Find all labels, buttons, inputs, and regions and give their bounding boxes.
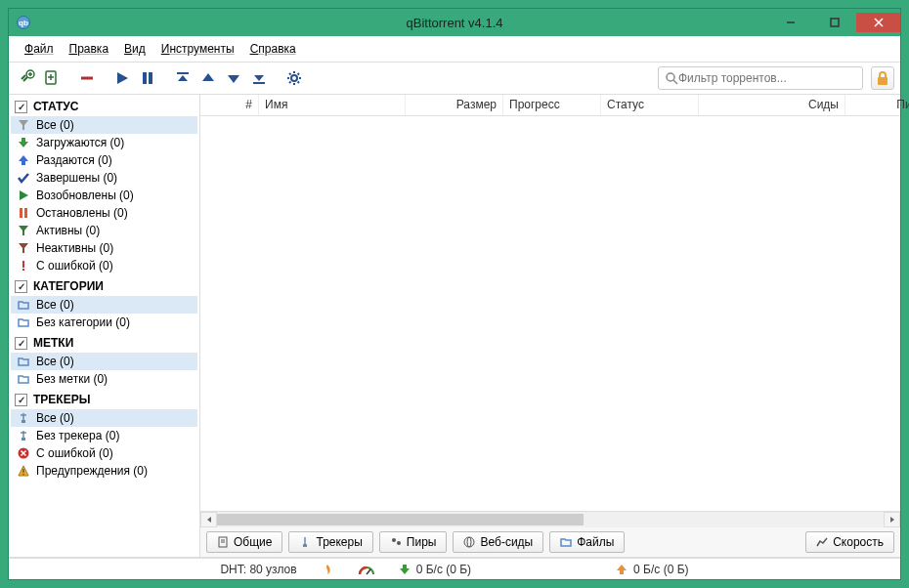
- move-up-button[interactable]: [196, 67, 220, 89]
- col-number[interactable]: #: [200, 95, 259, 115]
- status-download[interactable]: 0 Б/с (0 Б): [399, 563, 471, 576]
- horizontal-scrollbar[interactable]: [200, 511, 900, 527]
- tab-trackers[interactable]: Трекеры: [288, 531, 372, 553]
- filter-category-all[interactable]: Все (0): [11, 296, 197, 314]
- tab-general[interactable]: Общие: [206, 531, 282, 553]
- filter-input[interactable]: [678, 71, 856, 85]
- delete-button[interactable]: [75, 67, 99, 89]
- checkbox-icon: ✓: [15, 280, 27, 293]
- pause-button[interactable]: [136, 67, 159, 89]
- svg-point-64: [467, 537, 471, 547]
- svg-rect-40: [22, 261, 24, 268]
- flame-icon: [321, 563, 334, 576]
- svg-rect-13: [149, 72, 152, 84]
- filter-status-seeding[interactable]: Раздаются (0): [11, 151, 197, 169]
- move-bottom-button[interactable]: [247, 67, 271, 89]
- menu-view[interactable]: Вид: [116, 38, 153, 60]
- filter-header-status[interactable]: ✓СТАТУС: [11, 97, 197, 116]
- sidebar: ✓СТАТУС Все (0) Загружаются (0) Раздаютс…: [9, 95, 200, 557]
- arrow-up-icon: [17, 154, 30, 166]
- filter-tracker-trackerless[interactable]: Без трекера (0): [11, 427, 197, 444]
- filter-search[interactable]: [658, 66, 863, 90]
- filter-status-downloading[interactable]: Загружаются (0): [11, 134, 197, 151]
- folder-icon: [17, 299, 30, 311]
- col-peers[interactable]: Пиры: [845, 95, 909, 115]
- tab-peers[interactable]: Пиры: [379, 531, 448, 553]
- scroll-thumb[interactable]: [217, 514, 584, 525]
- folder-icon: [17, 356, 30, 367]
- filter-header-categories[interactable]: ✓КАТЕГОРИИ: [11, 276, 197, 296]
- toolbar: [9, 63, 900, 95]
- svg-point-62: [397, 541, 401, 545]
- filter-tracker-error[interactable]: С ошибкой (0): [11, 444, 197, 462]
- svg-rect-36: [20, 208, 22, 218]
- minimize-button[interactable]: [768, 13, 812, 32]
- filter-tracker-warning[interactable]: Предупреждения (0): [11, 462, 197, 480]
- filter-tag-all[interactable]: Все (0): [11, 353, 197, 370]
- status-dht[interactable]: DHT: 80 узлов: [220, 563, 296, 576]
- filter-status-resumed[interactable]: Возобновлены (0): [11, 187, 197, 204]
- add-file-button[interactable]: [40, 67, 64, 89]
- svg-rect-12: [143, 72, 147, 84]
- folder-icon: [560, 536, 572, 548]
- menu-file[interactable]: Файл: [17, 38, 62, 60]
- svg-line-30: [673, 80, 677, 84]
- lock-button[interactable]: [871, 66, 894, 90]
- filter-header-tags[interactable]: ✓МЕТКИ: [11, 333, 197, 353]
- app-window: qb qBittorrent v4.1.4 Файл Правка Вид Ин…: [8, 8, 901, 580]
- filter-status-inactive[interactable]: Неактивны (0): [11, 239, 197, 257]
- settings-button[interactable]: [282, 67, 306, 89]
- svg-point-61: [392, 538, 396, 542]
- tab-speed[interactable]: Скорость: [805, 531, 894, 553]
- titlebar[interactable]: qb qBittorrent v4.1.4: [9, 9, 900, 36]
- menu-tools[interactable]: Инструменты: [153, 38, 242, 60]
- svg-rect-31: [878, 77, 887, 85]
- col-status[interactable]: Статус: [601, 95, 699, 115]
- status-speedometer[interactable]: [358, 564, 375, 575]
- filter-group-status: ✓СТАТУС Все (0) Загружаются (0) Раздаютс…: [11, 97, 197, 274]
- tab-files[interactable]: Файлы: [549, 531, 625, 553]
- svg-marker-55: [890, 517, 894, 523]
- col-size[interactable]: Размер: [406, 95, 503, 115]
- scroll-left-icon[interactable]: [200, 512, 217, 527]
- svg-marker-66: [400, 565, 410, 574]
- tab-webseeds[interactable]: Веб-сиды: [453, 531, 543, 553]
- svg-marker-34: [19, 155, 28, 165]
- svg-rect-59: [303, 544, 307, 547]
- filter-header-trackers[interactable]: ✓ТРЕКЕРЫ: [11, 390, 197, 409]
- move-top-button[interactable]: [171, 67, 195, 89]
- svg-rect-37: [24, 208, 27, 218]
- menu-edit[interactable]: Правка: [62, 38, 117, 60]
- col-seeds[interactable]: Сиды: [699, 95, 845, 115]
- filter-tracker-all[interactable]: Все (0): [11, 409, 197, 427]
- statusbar: DHT: 80 узлов 0 Б/с (0 Б) 0 Б/с (0 Б): [9, 558, 900, 579]
- resume-button[interactable]: [110, 67, 134, 89]
- svg-point-63: [464, 537, 474, 547]
- filter-status-active[interactable]: Активны (0): [11, 222, 197, 239]
- filter-category-uncategorized[interactable]: Без категории (0): [11, 314, 197, 331]
- filter-status-error[interactable]: С ошибкой (0): [11, 257, 197, 274]
- filter-status-completed[interactable]: Завершены (0): [11, 169, 197, 187]
- svg-marker-32: [19, 120, 28, 130]
- svg-line-28: [298, 73, 300, 75]
- close-button[interactable]: [856, 13, 900, 32]
- filter-status-all[interactable]: Все (0): [11, 116, 197, 134]
- document-icon: [217, 536, 229, 548]
- scroll-right-icon[interactable]: [884, 512, 900, 527]
- maximize-button[interactable]: [812, 13, 856, 32]
- move-down-button[interactable]: [222, 67, 245, 89]
- filter-group-categories: ✓КАТЕГОРИИ Все (0) Без категории (0): [11, 276, 197, 331]
- filter-status-paused[interactable]: Остановлены (0): [11, 204, 197, 222]
- network-icon: [17, 412, 30, 424]
- torrent-table-header: # Имя Размер Прогресс Статус Сиды Пиры: [200, 95, 900, 116]
- checkbox-icon: ✓: [15, 337, 27, 350]
- menu-help[interactable]: Справка: [242, 38, 304, 60]
- status-upload[interactable]: 0 Б/с (0 Б): [616, 563, 688, 576]
- funnel-active-icon: [17, 225, 30, 236]
- status-disk[interactable]: [321, 563, 334, 576]
- filter-tag-untagged[interactable]: Без метки (0): [11, 370, 197, 388]
- add-link-button[interactable]: [15, 67, 38, 89]
- col-name[interactable]: Имя: [259, 95, 406, 115]
- col-progress[interactable]: Прогресс: [503, 95, 601, 115]
- svg-line-65: [367, 569, 370, 574]
